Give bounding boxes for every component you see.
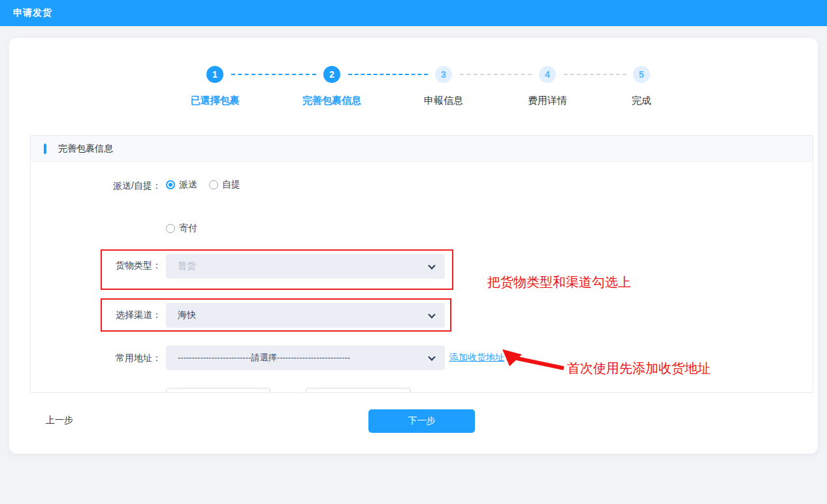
partial-input-1[interactable]: [166, 388, 270, 392]
channel-label: 选择渠道：: [70, 309, 161, 321]
step-2-label: 完善包裹信息: [280, 95, 384, 107]
step-5-complete: 5 完成: [589, 66, 694, 107]
panel-body: 派送/自提： 派送 自提 寄付 货物类型：: [31, 162, 813, 392]
radio-delivery-dot-icon: [166, 180, 175, 189]
annotation-cargo-channel: 把货物类型和渠道勾选上: [487, 274, 631, 291]
step-3-circle: 3: [435, 66, 452, 83]
address-select[interactable]: --------------------------請選擇-----------…: [166, 345, 445, 370]
step-4-label: 费用详情: [495, 95, 600, 107]
step-5-label: 完成: [589, 95, 694, 107]
step-3-label: 申報信息: [391, 95, 496, 107]
add-address-link[interactable]: 添加收货地址: [449, 352, 504, 364]
next-step-button[interactable]: 下一步: [368, 409, 475, 433]
delivery-mode-label: 派送/自提：: [70, 180, 161, 192]
main-card: 1 已選擇包裹 2 完善包裹信息 3 申報信息 4 费用详情 5 完成 完善包裹…: [9, 38, 818, 454]
panel-header: 完善包裹信息: [31, 136, 813, 162]
cargo-type-select[interactable]: 普货: [166, 254, 445, 279]
package-info-panel: 完善包裹信息 派送/自提： 派送 自提 寄付: [30, 135, 813, 393]
radio-delivery[interactable]: 派送: [166, 179, 197, 191]
radio-freight-collect-dot-icon: [166, 224, 175, 233]
channel-value: 海快: [178, 309, 196, 321]
channel-select[interactable]: 海快: [166, 303, 445, 328]
step-5-circle: 5: [633, 66, 650, 83]
panel-title: 完善包裹信息: [58, 143, 113, 155]
radio-self-pickup-label: 自提: [222, 179, 240, 191]
chevron-down-icon: [428, 353, 435, 360]
accent-bar: [44, 144, 46, 154]
radio-self-pickup[interactable]: 自提: [209, 179, 240, 191]
delivery-mode-radio-group: 派送 自提: [166, 179, 240, 191]
red-arrow-icon: [502, 349, 565, 371]
step-1-label: 已選擇包裹: [163, 95, 267, 107]
step-4-circle: 4: [539, 66, 556, 83]
previous-step-button[interactable]: 上一步: [46, 415, 73, 426]
chevron-down-icon: [428, 262, 435, 269]
chevron-down-icon: [428, 311, 435, 318]
step-3-declaration-info: 3 申報信息: [391, 66, 496, 107]
partial-input-2[interactable]: [306, 388, 411, 392]
page-title: 申请发货: [13, 7, 52, 19]
annotation-first-use: 首次使用先添加收货地址: [567, 360, 711, 377]
radio-self-pickup-dot-icon: [209, 180, 218, 189]
step-2-circle: 2: [323, 66, 340, 83]
radio-freight-collect[interactable]: 寄付: [166, 223, 197, 234]
address-value: --------------------------請選擇-----------…: [178, 352, 350, 364]
address-label: 常用地址：: [70, 353, 161, 364]
payment-radio-group: 寄付: [166, 223, 197, 234]
top-bar: 申请发货: [0, 0, 827, 26]
step-1-circle: 1: [206, 66, 223, 83]
cargo-type-value: 普货: [178, 260, 196, 272]
step-4-fee-details: 4 费用详情: [495, 66, 600, 107]
radio-delivery-label: 派送: [179, 179, 197, 191]
step-2-package-info: 2 完善包裹信息: [280, 66, 384, 107]
step-1-selected-packages: 1 已選擇包裹: [163, 66, 267, 107]
cargo-type-label: 货物类型：: [70, 260, 161, 272]
radio-freight-collect-label: 寄付: [179, 223, 197, 234]
